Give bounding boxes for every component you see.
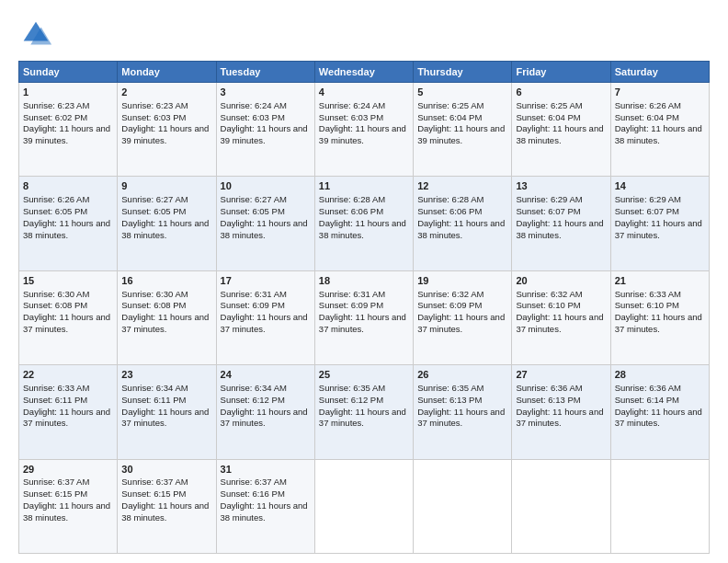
- calendar-day-cell: 30Sunrise: 6:37 AMSunset: 6:15 PMDayligh…: [118, 459, 216, 553]
- sunset: Sunset: 6:10 PM: [615, 300, 679, 310]
- calendar-table: SundayMondayTuesdayWednesdayThursdayFrid…: [18, 61, 710, 554]
- day-of-week-header: Monday: [118, 62, 216, 83]
- daylight: Daylight: 11 hours and 38 minutes.: [516, 123, 603, 145]
- calendar-week-row: 1Sunrise: 6:23 AMSunset: 6:02 PMDaylight…: [19, 83, 710, 177]
- sunrise: Sunrise: 6:28 AM: [319, 194, 385, 204]
- calendar-day-cell: 31Sunrise: 6:37 AMSunset: 6:16 PMDayligh…: [216, 459, 314, 553]
- calendar-day-cell: 15Sunrise: 6:30 AMSunset: 6:08 PMDayligh…: [19, 270, 118, 364]
- sunset: Sunset: 6:06 PM: [417, 206, 482, 216]
- sunset: Sunset: 6:11 PM: [121, 395, 186, 405]
- calendar-day-cell: 8Sunrise: 6:26 AMSunset: 6:05 PMDaylight…: [19, 177, 118, 270]
- sunset: Sunset: 6:05 PM: [221, 206, 285, 216]
- calendar-day-cell: 17Sunrise: 6:31 AMSunset: 6:09 PMDayligh…: [216, 270, 314, 364]
- sunrise: Sunrise: 6:31 AM: [221, 289, 287, 299]
- sunrise: Sunrise: 6:30 AM: [121, 289, 188, 299]
- calendar-day-cell: 12Sunrise: 6:28 AMSunset: 6:06 PMDayligh…: [414, 177, 512, 270]
- sunset: Sunset: 6:10 PM: [516, 300, 580, 310]
- day-number: 17: [221, 274, 311, 288]
- calendar-day-cell: 11Sunrise: 6:28 AMSunset: 6:06 PMDayligh…: [314, 177, 413, 270]
- day-number: 11: [319, 179, 409, 193]
- daylight: Daylight: 11 hours and 39 minutes.: [417, 123, 505, 145]
- sunrise: Sunrise: 6:35 AM: [417, 383, 483, 393]
- sunrise: Sunrise: 6:30 AM: [23, 289, 89, 299]
- sunset: Sunset: 6:03 PM: [319, 112, 383, 122]
- day-number: 25: [319, 368, 409, 382]
- day-number: 30: [121, 463, 211, 477]
- sunrise: Sunrise: 6:23 AM: [121, 100, 188, 110]
- sunset: Sunset: 6:11 PM: [23, 395, 87, 405]
- day-number: 26: [417, 368, 507, 382]
- calendar-day-cell: 28Sunrise: 6:36 AMSunset: 6:14 PMDayligh…: [610, 365, 709, 459]
- daylight: Daylight: 11 hours and 39 minutes.: [319, 123, 406, 145]
- daylight: Daylight: 11 hours and 37 minutes.: [319, 407, 406, 429]
- daylight: Daylight: 11 hours and 39 minutes.: [23, 123, 110, 145]
- daylight: Daylight: 11 hours and 37 minutes.: [23, 312, 110, 334]
- calendar-body: 1Sunrise: 6:23 AMSunset: 6:02 PMDaylight…: [19, 83, 710, 554]
- day-number: 8: [23, 179, 113, 193]
- daylight: Daylight: 11 hours and 37 minutes.: [221, 312, 308, 334]
- sunset: Sunset: 6:13 PM: [417, 395, 482, 405]
- sunset: Sunset: 6:09 PM: [417, 300, 482, 310]
- days-of-week-row: SundayMondayTuesdayWednesdayThursdayFrid…: [19, 62, 710, 83]
- sunrise: Sunrise: 6:23 AM: [23, 100, 89, 110]
- sunrise: Sunrise: 6:33 AM: [23, 383, 89, 393]
- day-number: 14: [615, 179, 705, 193]
- daylight: Daylight: 11 hours and 37 minutes.: [121, 312, 209, 334]
- day-number: 21: [615, 274, 705, 288]
- day-number: 16: [121, 274, 211, 288]
- sunset: Sunset: 6:04 PM: [417, 112, 482, 122]
- sunrise: Sunrise: 6:25 AM: [516, 100, 582, 110]
- sunset: Sunset: 6:05 PM: [23, 206, 87, 216]
- calendar-day-cell: [610, 459, 709, 553]
- sunrise: Sunrise: 6:36 AM: [516, 383, 582, 393]
- daylight: Daylight: 11 hours and 38 minutes.: [221, 218, 308, 240]
- calendar-day-cell: 25Sunrise: 6:35 AMSunset: 6:12 PMDayligh…: [314, 365, 413, 459]
- day-number: 3: [221, 86, 311, 99]
- day-of-week-header: Wednesday: [314, 62, 413, 83]
- sunrise: Sunrise: 6:37 AM: [221, 477, 287, 487]
- sunset: Sunset: 6:16 PM: [221, 488, 285, 499]
- daylight: Daylight: 11 hours and 37 minutes.: [23, 407, 110, 429]
- daylight: Daylight: 11 hours and 39 minutes.: [221, 123, 308, 145]
- sunrise: Sunrise: 6:34 AM: [121, 383, 188, 393]
- daylight: Daylight: 11 hours and 38 minutes.: [615, 123, 702, 145]
- daylight: Daylight: 11 hours and 38 minutes.: [417, 218, 505, 240]
- day-number: 7: [615, 86, 705, 99]
- sunrise: Sunrise: 6:26 AM: [615, 100, 681, 110]
- calendar-day-cell: 26Sunrise: 6:35 AMSunset: 6:13 PMDayligh…: [414, 365, 512, 459]
- calendar-day-cell: 3Sunrise: 6:24 AMSunset: 6:03 PMDaylight…: [216, 83, 314, 177]
- sunrise: Sunrise: 6:24 AM: [319, 100, 385, 110]
- sunrise: Sunrise: 6:27 AM: [121, 194, 188, 204]
- daylight: Daylight: 11 hours and 37 minutes.: [516, 407, 603, 429]
- calendar-day-cell: 24Sunrise: 6:34 AMSunset: 6:12 PMDayligh…: [216, 365, 314, 459]
- daylight: Daylight: 11 hours and 37 minutes.: [615, 312, 702, 334]
- day-number: 15: [23, 274, 113, 288]
- header: [18, 17, 710, 52]
- calendar-day-cell: 2Sunrise: 6:23 AMSunset: 6:03 PMDaylight…: [118, 83, 216, 177]
- sunrise: Sunrise: 6:32 AM: [516, 289, 582, 299]
- sunrise: Sunrise: 6:34 AM: [221, 383, 287, 393]
- sunset: Sunset: 6:07 PM: [516, 206, 580, 216]
- sunset: Sunset: 6:04 PM: [516, 112, 580, 122]
- sunrise: Sunrise: 6:31 AM: [319, 289, 385, 299]
- day-of-week-header: Thursday: [414, 62, 512, 83]
- calendar-day-cell: 16Sunrise: 6:30 AMSunset: 6:08 PMDayligh…: [118, 270, 216, 364]
- daylight: Daylight: 11 hours and 38 minutes.: [121, 500, 209, 523]
- calendar-day-cell: [414, 459, 512, 553]
- calendar-day-cell: 4Sunrise: 6:24 AMSunset: 6:03 PMDaylight…: [314, 83, 413, 177]
- day-number: 29: [23, 463, 113, 477]
- daylight: Daylight: 11 hours and 38 minutes.: [121, 218, 209, 240]
- sunrise: Sunrise: 6:37 AM: [121, 477, 188, 487]
- calendar-week-row: 15Sunrise: 6:30 AMSunset: 6:08 PMDayligh…: [19, 270, 710, 364]
- sunrise: Sunrise: 6:28 AM: [417, 194, 483, 204]
- sunrise: Sunrise: 6:24 AM: [221, 100, 287, 110]
- day-number: 20: [516, 274, 606, 288]
- sunrise: Sunrise: 6:32 AM: [417, 289, 483, 299]
- sunset: Sunset: 6:12 PM: [221, 395, 285, 405]
- calendar-day-cell: 5Sunrise: 6:25 AMSunset: 6:04 PMDaylight…: [414, 83, 512, 177]
- sunset: Sunset: 6:12 PM: [319, 395, 383, 405]
- sunset: Sunset: 6:02 PM: [23, 112, 87, 122]
- sunset: Sunset: 6:13 PM: [516, 395, 580, 405]
- day-number: 27: [516, 368, 606, 382]
- day-of-week-header: Friday: [512, 62, 610, 83]
